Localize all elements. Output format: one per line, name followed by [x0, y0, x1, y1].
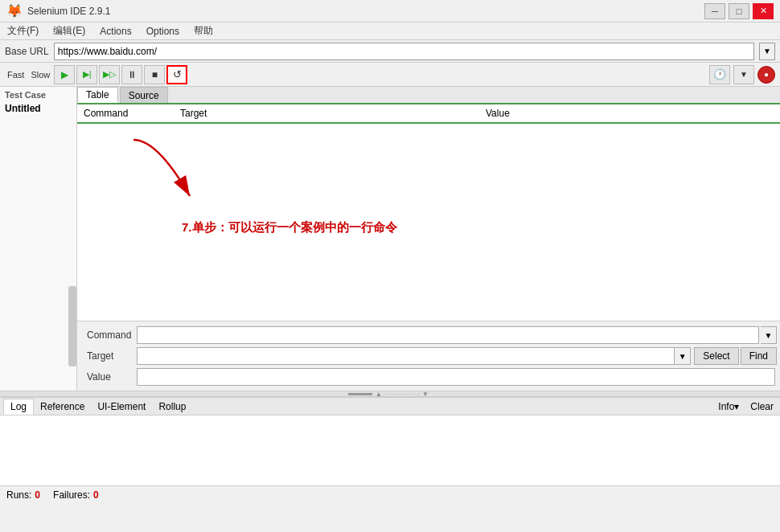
toolbar: Fast Slow ▶ ▶| ▶▷ ⏸ ■ ↺ 🕐 ▼ ●	[0, 63, 780, 87]
play-one-button[interactable]: ▶|	[76, 65, 97, 84]
failures-label: Failures:	[53, 489, 90, 501]
splitter-dots-icon: · · · · · · · · · ·	[385, 391, 419, 398]
tab-log[interactable]: Log	[3, 399, 34, 415]
title-text: Selenium IDE 2.9.1	[27, 6, 110, 17]
speed-slow[interactable]: Slow	[28, 70, 52, 80]
menu-actions[interactable]: Actions	[97, 25, 133, 38]
bottom-tabs: Log Reference UI-Element Rollup Info▾ Cl…	[0, 398, 780, 415]
command-table-header: Command Target Value	[77, 104, 780, 124]
menu-file[interactable]: 文件(F)	[5, 23, 41, 39]
splitter[interactable]: ▲ · · · · · · · · · · ▼	[0, 391, 780, 397]
target-row: Target ▼ Select Find	[80, 346, 777, 366]
status-bar: Runs: 0 Failures: 0	[0, 485, 780, 503]
toolbar-right: 🕐 ▼ ●	[709, 65, 775, 84]
record-button[interactable]: ●	[757, 66, 775, 84]
editor: Table Source Command Target Value	[77, 87, 780, 391]
tab-table[interactable]: Table	[77, 87, 118, 103]
clear-button[interactable]: Clear	[747, 400, 777, 413]
base-url-bar: Base URL ▼	[0, 40, 780, 63]
splitter-down-icon: ▼	[422, 391, 429, 398]
target-dropdown[interactable]: ▼	[675, 347, 691, 365]
value-input[interactable]	[137, 368, 775, 386]
menu-options[interactable]: Options	[144, 25, 182, 38]
minimize-button[interactable]: ─	[704, 3, 725, 19]
pause-button[interactable]: ⏸	[121, 65, 142, 84]
history-arrow-button[interactable]: ▼	[733, 65, 754, 84]
runs-status: Runs: 0	[6, 489, 40, 501]
runs-label: Runs:	[6, 489, 31, 501]
col-header-command: Command	[77, 106, 174, 121]
tab-rollup[interactable]: Rollup	[152, 399, 192, 414]
select-button[interactable]: Select	[694, 347, 738, 365]
failures-status: Failures: 0	[53, 489, 99, 501]
main-area: Test Case Untitled Table Source Command …	[0, 87, 780, 391]
target-label: Target	[80, 350, 137, 362]
base-url-label: Base URL	[5, 46, 49, 57]
stop-button[interactable]: ■	[144, 65, 165, 84]
editor-tabs: Table Source	[77, 87, 780, 104]
tab-source[interactable]: Source	[120, 87, 168, 103]
col-header-target: Target	[174, 106, 479, 121]
menu-edit[interactable]: 编辑(E)	[51, 23, 88, 39]
close-button[interactable]: ✕	[753, 3, 774, 19]
runs-count: 0	[35, 489, 40, 501]
bottom-tab-right: Info▾ Clear	[715, 400, 777, 413]
history-button[interactable]: 🕐	[709, 65, 730, 84]
play-cursor-button[interactable]: ▶▷	[99, 65, 120, 84]
find-button[interactable]: Find	[741, 347, 777, 365]
title-bar-left: 🦊 Selenium IDE 2.9.1	[6, 3, 110, 18]
title-bar-controls: ─ □ ✕	[704, 3, 774, 19]
bottom-panel: Log Reference UI-Element Rollup Info▾ Cl…	[0, 397, 780, 485]
command-input[interactable]	[137, 326, 759, 344]
app-icon: 🦊	[6, 3, 23, 18]
splitter-up-icon: ▲	[376, 391, 382, 398]
command-inputs: Command ▼ Target ▼ Select Find Value	[77, 321, 780, 391]
command-label: Command	[80, 329, 137, 341]
menu-bar: 文件(F) 编辑(E) Actions Options 帮助	[0, 23, 780, 40]
title-bar: 🦊 Selenium IDE 2.9.1 ─ □ ✕	[0, 0, 780, 23]
step-button[interactable]: ↺	[166, 65, 187, 84]
base-url-input[interactable]	[54, 43, 754, 60]
command-row: Command ▼	[80, 325, 777, 345]
command-dropdown[interactable]: ▼	[761, 326, 777, 344]
col-header-value: Value	[479, 106, 780, 121]
tab-ui-element[interactable]: UI-Element	[91, 399, 152, 414]
speed-fast[interactable]: Fast	[5, 70, 27, 80]
toolbar-left: Fast Slow ▶ ▶| ▶▷ ⏸ ■ ↺	[5, 65, 187, 84]
annotation-container: 7.单步：可以运行一个案例中的一行命令	[206, 156, 397, 235]
sidebar-header: Test Case	[0, 87, 76, 101]
maximize-button[interactable]: □	[729, 3, 749, 19]
sidebar-test-case[interactable]: Untitled	[0, 101, 76, 116]
play-all-button[interactable]: ▶	[54, 65, 75, 84]
sidebar: Test Case Untitled	[0, 87, 77, 391]
failures-count: 0	[93, 489, 99, 501]
info-button[interactable]: Info▾	[715, 400, 742, 413]
annotation-text: 7.单步：可以运行一个案例中的一行命令	[182, 220, 397, 235]
menu-help[interactable]: 帮助	[191, 23, 216, 39]
splitter-handle	[348, 392, 372, 396]
bottom-content	[0, 415, 780, 485]
base-url-dropdown[interactable]: ▼	[759, 43, 775, 60]
command-table-body: 7.单步：可以运行一个案例中的一行命令	[77, 124, 780, 321]
tab-reference[interactable]: Reference	[34, 399, 91, 414]
target-input[interactable]	[137, 347, 675, 365]
value-label: Value	[80, 371, 137, 383]
value-row: Value	[80, 367, 777, 387]
annotation-arrow	[109, 132, 286, 228]
